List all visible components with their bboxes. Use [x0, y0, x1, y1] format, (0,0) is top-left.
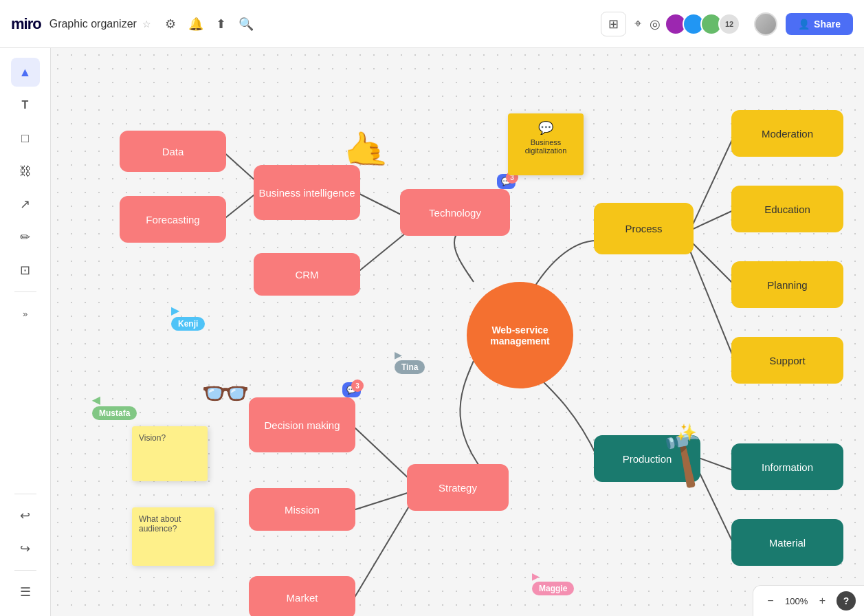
node-crm[interactable]: CRM [254, 253, 360, 296]
bell-icon[interactable]: 🔔 [188, 16, 203, 32]
header-right: ⊞ ⌖ ◎ 12 👤 Share [601, 12, 853, 36]
emoji-tool[interactable]: ◎ [650, 16, 661, 32]
tool-redo[interactable]: ↪ [11, 534, 40, 563]
bottom-bar: − 100% + ? [753, 585, 864, 616]
node-process[interactable]: Process [594, 203, 694, 254]
node-forecasting[interactable]: Forecasting [120, 196, 226, 243]
tool-text[interactable]: T [11, 91, 40, 120]
decision-comment-badge: 3 [351, 380, 364, 392]
sticky-vision[interactable]: Vision? [132, 426, 208, 481]
help-button[interactable]: ? [837, 591, 856, 610]
zoom-out-button[interactable]: − [762, 592, 779, 610]
share-icon: 👤 [798, 19, 810, 30]
upload-icon[interactable]: ⬆ [216, 16, 226, 32]
cursor-kenji: ▶ Kenji [171, 304, 179, 317]
sidebar-divider-2 [14, 494, 36, 494]
sidebar-panel-toggle[interactable]: ☰ [11, 578, 40, 606]
node-education[interactable]: Education [731, 186, 843, 232]
pointer-tool[interactable]: ⌖ [634, 16, 641, 31]
search-icon[interactable]: 🔍 [239, 16, 254, 32]
tool-expand[interactable]: » [11, 299, 40, 328]
sidebar: ▲ T □ ⛓ ↗ ✏ ⊡ » ↩ ↪ ☰ [0, 48, 51, 616]
node-data[interactable]: Data [120, 131, 226, 172]
tool-connector[interactable]: ⛓ [11, 157, 40, 186]
decorative-wave-emoji: 🤙 [340, 126, 391, 175]
node-moderation[interactable]: Moderation [731, 110, 843, 157]
cursor-maggie: ▶ Maggie [532, 571, 540, 582]
avatar-me [754, 12, 777, 36]
node-mission[interactable]: Mission [249, 488, 355, 531]
node-technology[interactable]: Technology 💬 3 [400, 189, 510, 236]
grid-view-button[interactable]: ⊞ [601, 12, 626, 36]
avatar-count: 12 [718, 13, 740, 35]
tool-frame[interactable]: ⊡ [11, 256, 40, 285]
node-information[interactable]: Information [731, 443, 843, 490]
decorative-glasses-emoji: 👓 [201, 370, 250, 417]
sidebar-divider-3 [14, 570, 36, 571]
decorative-sparkle: ✨ [676, 423, 697, 442]
board-title: Graphic organizer [49, 18, 137, 30]
sidebar-divider [14, 292, 36, 292]
technology-comment-icon[interactable]: 💬 3 [497, 174, 516, 189]
cursor-mustafa: ▶ Mustafa [92, 393, 100, 406]
share-button[interactable]: 👤 Share [786, 13, 853, 35]
tool-arrow[interactable]: ↗ [11, 190, 40, 219]
sticky-business-digitalization[interactable]: 💬 Business digitalization [508, 113, 584, 175]
sticky-audience[interactable]: What about audience? [132, 507, 214, 566]
header-icons: ⚙ 🔔 ⬆ 🔍 [165, 16, 254, 32]
logo: miro [11, 15, 41, 33]
tool-shape[interactable]: □ [11, 124, 40, 153]
tool-pen[interactable]: ✏ [11, 223, 40, 252]
decision-comment-icon[interactable]: 💬 3 [342, 382, 361, 397]
zoom-level: 100% [782, 596, 811, 606]
node-material[interactable]: Material [731, 519, 843, 566]
header: miro Graphic organizer ☆ ⚙ 🔔 ⬆ 🔍 ⊞ ⌖ ◎ 1… [0, 0, 864, 48]
zoom-in-button[interactable]: + [814, 592, 831, 610]
node-business-intelligence[interactable]: Business intelligence [254, 165, 360, 220]
node-planning[interactable]: Planning [731, 261, 843, 308]
node-web-service-management[interactable]: Web-service management [467, 282, 573, 388]
canvas[interactable]: Web-service management Process Productio… [51, 48, 864, 616]
sidebar-bottom: ↩ ↪ ☰ [11, 491, 40, 606]
node-decision-making[interactable]: Decision making 💬 3 [249, 397, 355, 452]
node-support[interactable]: Support [731, 337, 843, 384]
tool-select[interactable]: ▲ [11, 58, 40, 87]
node-strategy[interactable]: Strategy [407, 464, 509, 511]
cursor-tina: ▶ Tina [395, 349, 402, 360]
star-icon[interactable]: ☆ [142, 19, 151, 30]
settings-icon[interactable]: ⚙ [165, 16, 176, 32]
avatars: 12 [669, 13, 740, 35]
node-market[interactable]: Market [249, 576, 355, 616]
tool-undo[interactable]: ↩ [11, 501, 40, 530]
